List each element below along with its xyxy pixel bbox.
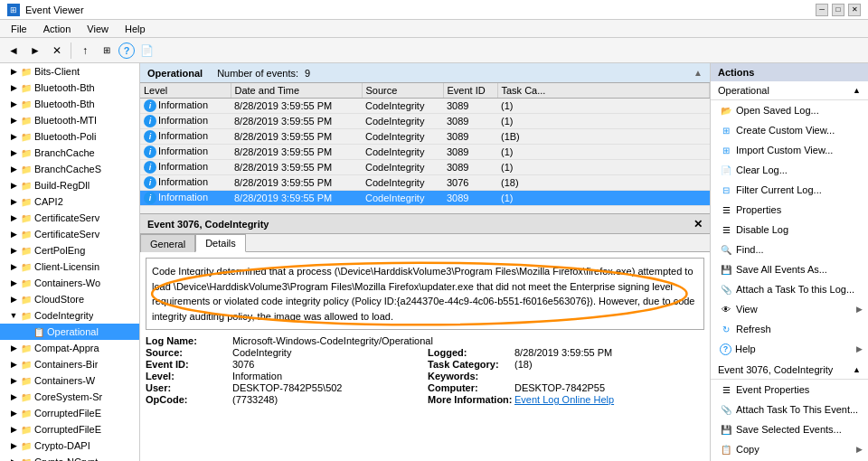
action-item[interactable]: 👁View▶ [711, 299, 868, 319]
folder-icon: 📁 [20, 146, 33, 159]
action-item[interactable]: 💾Save Selected Events... [711, 419, 868, 439]
action-item[interactable]: ⊟Filter Current Log... [711, 180, 868, 200]
moreinfo-label: More Information: [428, 394, 509, 405]
help-button[interactable]: ? [118, 42, 135, 59]
logged-value: 8/28/2019 3:59:55 PM [514, 347, 704, 358]
tree-item[interactable]: ▶📁Containers-Bir [0, 356, 139, 372]
tree-item[interactable]: ▶📁CloudStore [0, 291, 139, 307]
tree-item[interactable]: ▶📁CoreSystem-Sr [0, 389, 139, 405]
table-row[interactable]: iInformation 8/28/2019 3:59:55 PM CodeIn… [140, 175, 710, 191]
tree-label: Bluetooth-Bth [34, 99, 95, 109]
action-item[interactable]: ⊞Create Custom View... [711, 120, 868, 140]
events-table-container[interactable]: Level Date and Time Source Event ID Task… [140, 83, 710, 214]
tree-item[interactable]: ▶📁BranchCacheS [0, 161, 139, 177]
app-icon: ⊞ [7, 4, 20, 16]
tree-item[interactable]: ▶📁Crypto-NCrypt [0, 454, 139, 461]
view-menu[interactable]: View [80, 22, 116, 36]
tree-item[interactable]: ▶📁Bluetooth-MTI [0, 112, 139, 128]
help-menu[interactable]: Help [118, 22, 153, 36]
action-item[interactable]: 📎Attach a Task To this Log... [711, 279, 868, 299]
action-item[interactable]: ☰Disable Log [711, 220, 868, 240]
tree-item[interactable]: ▶📁CertificateServ [0, 226, 139, 242]
table-row[interactable]: iInformation 8/28/2019 3:59:55 PM CodeIn… [140, 129, 710, 145]
action-item[interactable]: ⊞Import Custom View... [711, 140, 868, 160]
cell-level: iInformation [140, 99, 231, 114]
file-menu[interactable]: File [4, 22, 34, 36]
action-item[interactable]: ?Help▶ [711, 339, 868, 359]
col-task[interactable]: Task Ca... [497, 83, 710, 99]
action-item[interactable]: 🔍Find... [711, 240, 868, 259]
action-item[interactable]: 📂Open Saved Log... [711, 100, 868, 120]
tree-item[interactable]: ▶📁Bits-Client [0, 63, 139, 80]
tree-label: CorruptedFileE [34, 408, 101, 419]
maximize-button[interactable]: □ [832, 4, 844, 16]
table-row[interactable]: iInformation 8/28/2019 3:59:55 PM CodeIn… [140, 145, 710, 160]
tree-item[interactable]: ▶📁CorruptedFileE [0, 421, 139, 437]
event-detail-close[interactable]: ✕ [693, 218, 703, 230]
tree-item[interactable]: ▶📁Crypto-DAPI [0, 437, 139, 454]
action-label: Attach Task To This Event... [736, 404, 858, 415]
expand-icon: ▶ [7, 114, 20, 127]
tree-item[interactable]: ▶📁Containers-Wo [0, 275, 139, 291]
opcode-label: OpCode: [146, 394, 227, 405]
properties-button[interactable]: ⊞ [97, 41, 117, 61]
tab-general[interactable]: General [140, 234, 195, 252]
export-button[interactable]: 📄 [137, 41, 156, 61]
moreinfo-link[interactable]: Event Log Online Help [514, 394, 704, 405]
actions-event-header[interactable]: Event 3076, CodeIntegrity ▲ [711, 361, 868, 380]
table-row[interactable]: iInformation 8/28/2019 3:59:55 PM CodeIn… [140, 191, 710, 206]
tree-item[interactable]: ▶📁Bluetooth-Bth [0, 80, 139, 96]
tree-item[interactable]: ▶📁Client-Licensin [0, 259, 139, 275]
back-button[interactable]: ◄ [4, 41, 24, 61]
action-label: Attach a Task To this Log... [736, 284, 854, 295]
col-eventid[interactable]: Event ID [443, 83, 497, 99]
action-item[interactable]: 📄Clear Log... [711, 160, 868, 180]
cancel-button[interactable]: ✕ [47, 41, 67, 61]
action-menu[interactable]: Action [36, 22, 79, 36]
menu-bar: File Action View Help [0, 20, 868, 38]
actions-section-1: 📂Open Saved Log...⊞Create Custom View...… [711, 100, 868, 359]
tree-item[interactable]: ▶📁Bluetooth-Poli [0, 128, 139, 145]
list-icon: ☰ [720, 203, 732, 216]
tree-item[interactable]: ▶📁CertificateServ [0, 210, 139, 226]
minimize-button[interactable]: ─ [816, 4, 828, 16]
action-item[interactable]: ☰Event Properties [711, 380, 868, 400]
action-item[interactable]: 📋Copy▶ [711, 439, 868, 459]
tree-item[interactable]: ▶📁CorruptedFileE [0, 405, 139, 421]
refresh-button[interactable]: ↑ [75, 41, 95, 61]
filter-icon: ⊟ [720, 183, 732, 196]
tree-item[interactable]: ▶📁BranchCache [0, 145, 139, 161]
expand-icon: ▶ [7, 390, 20, 403]
tree-item[interactable]: ▶📁CAPI2 [0, 193, 139, 210]
expand-icon: ▶ [7, 407, 20, 419]
expand-icon: ▶ [7, 374, 20, 387]
close-button[interactable]: ✕ [848, 4, 861, 16]
tree-item[interactable]: ▶📁Compat-Appra [0, 340, 139, 356]
tree-item[interactable]: ▶📁Build-RegDll [0, 177, 139, 193]
tree-item[interactable]: 📋Operational [0, 324, 139, 340]
level-label: Level: [146, 371, 227, 381]
action-item[interactable]: ↻Refresh [711, 319, 868, 339]
actions-operational-header[interactable]: Operational ▲ [711, 81, 868, 100]
col-source[interactable]: Source [362, 83, 443, 99]
action-item[interactable]: 📎Attach Task To This Event... [711, 400, 868, 419]
expand-icon: ▶ [7, 439, 20, 452]
tab-details[interactable]: Details [195, 234, 246, 252]
tree-item[interactable]: ▶📁Containers-W [0, 372, 139, 389]
sidebar-tree: ▶📁Bits-Client▶📁Bluetooth-Bth▶📁Bluetooth-… [0, 63, 140, 461]
table-row[interactable]: iInformation 8/28/2019 3:59:55 PM CodeIn… [140, 99, 710, 114]
tree-item[interactable]: ▶📁Bluetooth-Bth [0, 96, 139, 112]
forward-button[interactable]: ► [25, 41, 45, 61]
action-item[interactable]: 💾Save All Events As... [711, 259, 868, 279]
tree-item[interactable]: ▶📁CertPolEng [0, 242, 139, 259]
info-icon: i [144, 130, 156, 143]
table-row[interactable]: iInformation 8/28/2019 3:59:55 PM CodeIn… [140, 160, 710, 175]
computer-label: Computer: [428, 382, 509, 393]
action-item[interactable]: ☰Properties [711, 200, 868, 220]
tree-item[interactable]: ▼📁CodeIntegrity [0, 307, 139, 324]
table-row[interactable]: iInformation 8/28/2019 3:59:55 PM CodeIn… [140, 114, 710, 129]
col-level[interactable]: Level [140, 83, 231, 99]
list-icon: ☰ [720, 223, 732, 236]
tree-label: Containers-Wo [34, 278, 100, 288]
col-datetime[interactable]: Date and Time [231, 83, 362, 99]
